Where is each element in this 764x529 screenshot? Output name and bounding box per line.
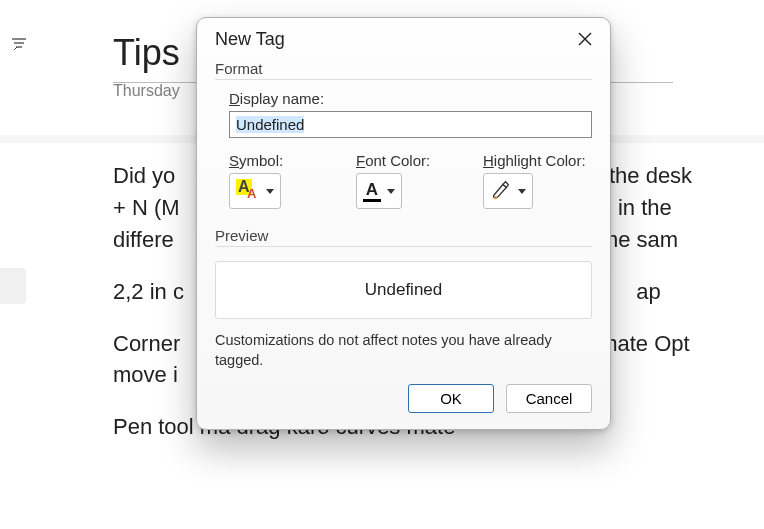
page-date: Thursday: [113, 82, 180, 100]
cancel-button[interactable]: Cancel: [506, 384, 592, 413]
preview-text: Undefined: [365, 280, 443, 299]
format-section-label: Format: [215, 60, 592, 80]
chevron-down-icon: [518, 189, 526, 194]
ok-button[interactable]: OK: [408, 384, 494, 413]
close-button[interactable]: [574, 28, 596, 50]
highlight-color-label: Highlight Color:: [483, 152, 592, 169]
display-name-value: Undefined: [236, 116, 304, 133]
display-name-input[interactable]: Undefined: [229, 111, 592, 138]
preview-section-label: Preview: [215, 227, 592, 247]
font-color-dropdown[interactable]: A: [356, 173, 402, 209]
symbol-dropdown[interactable]: AA: [229, 173, 281, 209]
chevron-down-icon: [387, 189, 395, 194]
tag-symbol-icon: AA: [236, 181, 260, 201]
font-color-icon: A: [363, 181, 381, 202]
preview-box: Undefined: [215, 261, 592, 319]
dialog-title: New Tag: [215, 29, 285, 50]
display-name-label: Display name:: [229, 90, 592, 107]
new-tag-dialog: New Tag Format Display name: Undefined S…: [196, 17, 611, 430]
filter-icon[interactable]: [12, 36, 26, 54]
chevron-down-icon: [266, 189, 274, 194]
font-color-label: Font Color:: [356, 152, 465, 169]
symbol-label: Symbol:: [229, 152, 338, 169]
highlight-color-dropdown[interactable]: [483, 173, 533, 209]
close-icon: [578, 32, 592, 46]
customization-note: Customizations do not affect notes you h…: [215, 331, 592, 370]
sidebar-collapsed-tab[interactable]: [0, 268, 26, 304]
dialog-titlebar: New Tag: [197, 18, 610, 56]
svg-line-3: [14, 47, 17, 50]
highlighter-icon: [490, 179, 512, 204]
